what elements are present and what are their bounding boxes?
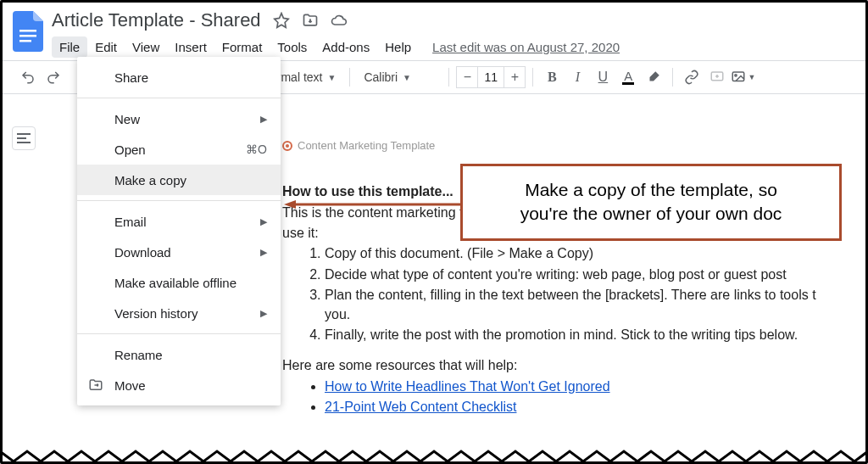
annotation-callout: Make a copy of the template, so you're t… [460, 164, 842, 241]
document-header-note: Content Marketing Template [282, 138, 865, 154]
document-bullet-list: How to Write Headlines That Won't Get Ig… [325, 377, 865, 417]
document-title[interactable]: Article Template - Shared [52, 9, 261, 31]
menu-file[interactable]: File [52, 36, 87, 58]
file-menu-label: Move [114, 378, 146, 393]
menu-view[interactable]: View [125, 36, 167, 58]
header-note-text: Content Marketing Template [298, 138, 435, 154]
chevron-down-icon: ▼ [327, 73, 336, 82]
last-edit-link[interactable]: Last edit was on August 27, 2020 [432, 40, 620, 54]
file-menu-dropdown: Share New ▶ Open ⌘O Make a copy Email ▶ … [77, 57, 281, 405]
annotation-arrow [284, 197, 462, 198]
document-link[interactable]: How to Write Headlines That Won't Get Ig… [325, 379, 610, 394]
bold-button[interactable]: B [540, 65, 564, 89]
file-menu-rename[interactable]: Rename [77, 339, 281, 370]
menu-edit[interactable]: Edit [87, 36, 125, 58]
file-menu-new[interactable]: New ▶ [77, 103, 281, 134]
file-menu-move[interactable]: Move [77, 370, 281, 400]
menu-tools[interactable]: Tools [270, 36, 314, 58]
file-menu-open[interactable]: Open ⌘O [77, 134, 281, 165]
file-menu-make-copy[interactable]: Make a copy [77, 165, 281, 195]
outline-toggle-button[interactable] [12, 126, 36, 150]
font-size-value[interactable]: 11 [477, 67, 504, 87]
list-item: Plan the content, filling in the text be… [325, 286, 865, 324]
insert-comment-button[interactable] [705, 65, 729, 89]
menu-separator [77, 200, 281, 201]
font-size-decrease[interactable]: − [457, 70, 477, 85]
svg-rect-1 [19, 35, 36, 37]
chevron-down-icon: ▼ [403, 73, 411, 82]
menu-separator [77, 98, 281, 98]
svg-point-5 [735, 75, 737, 76]
list-item: 21-Point Web Content Checklist [325, 398, 865, 416]
cloud-status-icon[interactable] [331, 12, 348, 29]
list-item: Copy of this document. (File > Make a Co… [325, 244, 865, 263]
list-item: How to Write Headlines That Won't Get Ig… [325, 377, 865, 396]
file-menu-label: Version history [114, 306, 198, 321]
menubar: File Edit View Insert Format Tools Add-o… [52, 35, 855, 59]
toolbar-separator [448, 68, 449, 87]
move-to-folder-icon[interactable] [302, 12, 319, 29]
toolbar-separator [672, 68, 673, 87]
insert-image-button[interactable]: ▼ [731, 65, 755, 89]
font-size-increase[interactable]: + [504, 70, 525, 85]
menu-insert[interactable]: Insert [167, 36, 214, 58]
toolbar-separator [532, 68, 533, 87]
undo-button[interactable] [16, 65, 40, 89]
file-menu-download[interactable]: Download ▶ [77, 237, 281, 267]
callout-text: Make a copy of the template, so [478, 178, 824, 202]
file-menu-offline[interactable]: Make available offline [77, 267, 281, 298]
menu-addons[interactable]: Add-ons [314, 36, 377, 58]
file-menu-label: Share [114, 70, 148, 85]
menu-help[interactable]: Help [377, 36, 419, 58]
header-marker-icon [282, 141, 292, 151]
document-link[interactable]: 21-Point Web Content Checklist [325, 400, 516, 414]
file-menu-label: Make a copy [114, 173, 186, 187]
submenu-arrow-icon: ▶ [260, 114, 267, 125]
callout-text: you're the owner of your own doc [478, 202, 824, 226]
file-menu-email[interactable]: Email ▶ [77, 206, 281, 237]
torn-edge-decoration [0, 443, 868, 463]
file-menu-label: New [114, 112, 140, 126]
move-icon [87, 377, 104, 394]
submenu-arrow-icon: ▶ [260, 247, 267, 258]
file-menu-label: Open [114, 143, 146, 157]
file-menu-version-history[interactable]: Version history ▶ [77, 298, 281, 328]
insert-link-button[interactable] [680, 65, 704, 89]
text-color-button[interactable]: A [616, 65, 640, 89]
menu-format[interactable]: Format [214, 36, 270, 58]
document-ordered-list: Copy of this document. (File > Make a Co… [325, 244, 865, 344]
svg-rect-0 [19, 30, 36, 32]
file-menu-share[interactable]: Share [77, 62, 281, 92]
list-item: Finally, write the post with the promoti… [325, 326, 865, 344]
file-menu-label: Download [114, 245, 171, 260]
submenu-arrow-icon: ▶ [260, 308, 267, 319]
keyboard-shortcut: ⌘O [246, 143, 267, 156]
highlight-button[interactable] [642, 65, 665, 89]
list-item: Decide what type of content you're writi… [325, 266, 865, 284]
toolbar-separator [349, 68, 350, 87]
file-menu-label: Rename [114, 348, 163, 362]
italic-button[interactable]: I [565, 65, 589, 89]
google-docs-icon[interactable] [13, 11, 43, 52]
font-family-dropdown[interactable]: Calibri ▼ [357, 65, 442, 89]
font-family-label: Calibri [364, 70, 398, 84]
svg-marker-7 [284, 200, 296, 209]
submenu-arrow-icon: ▶ [260, 216, 267, 227]
star-icon[interactable] [273, 12, 290, 29]
file-menu-label: Email [114, 215, 147, 229]
redo-button[interactable] [42, 65, 65, 89]
document-paragraph: Here are some resources that will help: [282, 356, 865, 375]
menu-separator [77, 333, 281, 334]
font-size-control: − 11 + [456, 66, 526, 88]
underline-button[interactable]: U [591, 65, 615, 89]
svg-rect-2 [19, 40, 31, 42]
file-menu-label: Make available offline [114, 276, 236, 290]
